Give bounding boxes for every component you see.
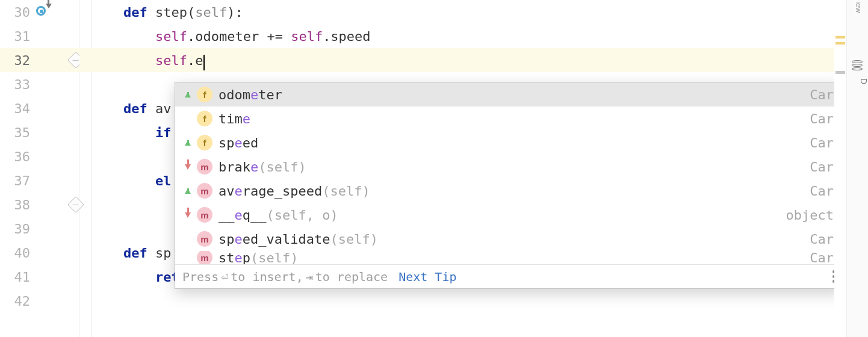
enter-key-icon: ⏎ <box>221 270 228 284</box>
gutter-line: 39 <box>0 217 79 241</box>
gutter-line: 34 <box>0 96 79 120</box>
gutter-line: 31 <box>0 24 79 48</box>
line-number: 37 <box>0 173 30 188</box>
line-number: 41 <box>0 270 30 285</box>
param-self: self <box>195 5 227 20</box>
completion-name: average_speed <box>219 184 322 199</box>
kind-method-icon: m <box>197 207 212 223</box>
gutter-line: 40 <box>0 241 79 265</box>
warning-marker[interactable] <box>835 42 845 45</box>
completion-name: brake <box>219 159 258 175</box>
completion-name: time <box>219 111 250 126</box>
override-marker-icon[interactable] <box>36 6 49 19</box>
gutter-line: 38 <box>0 193 79 217</box>
next-tip-link[interactable]: Next Tip <box>398 270 456 284</box>
completion-item[interactable]: m __eq__ (self, o) object <box>175 203 843 227</box>
gutter-line: 35 <box>0 120 79 144</box>
gutter-line: 33 <box>0 72 79 96</box>
code-completion-popup[interactable]: f odometer Car f time Car f speed Ca <box>175 82 844 289</box>
kind-method-icon: m <box>197 231 212 247</box>
kind-method-icon: m <box>197 251 212 264</box>
completion-item[interactable]: m speed_validate (self) Car <box>175 227 843 251</box>
database-icon[interactable] <box>852 60 864 72</box>
rank-down-icon <box>185 164 191 170</box>
kind-method-icon: m <box>197 159 212 175</box>
completion-name: odometer <box>219 87 282 102</box>
gutter-line: 30 <box>0 0 79 24</box>
kind-field-icon: f <box>197 135 212 150</box>
completion-name: speed_validate <box>219 232 330 247</box>
completion-footer: Press ⏎ to insert, ⇥ to replace Next Tip <box>175 264 843 288</box>
line-number: 30 <box>0 5 30 20</box>
gutter-line: 37 <box>0 168 79 193</box>
tool-window-stripe[interactable]: iew D <box>846 0 868 337</box>
rank-up-icon <box>185 188 191 194</box>
completion-item[interactable]: m step (self) Car <box>175 251 843 264</box>
gutter-line: 36 <box>0 144 79 168</box>
kind-field-icon: f <box>197 87 212 102</box>
warning-marker[interactable] <box>835 36 845 39</box>
completion-origin: Car <box>810 111 834 126</box>
line-number: 33 <box>0 77 30 92</box>
completion-list[interactable]: f odometer Car f time Car f speed Ca <box>175 82 843 264</box>
kind-field-icon: f <box>197 111 212 126</box>
rank-down-icon <box>185 212 191 218</box>
completion-item[interactable]: f speed Car <box>175 131 843 155</box>
editor-marker-rail[interactable] <box>834 0 846 337</box>
line-number: 40 <box>0 246 30 261</box>
toolwindow-label[interactable]: D <box>847 78 868 85</box>
keyword-def: def <box>123 5 155 20</box>
completion-origin: object <box>786 208 834 223</box>
line-number: 39 <box>0 221 30 237</box>
gutter-line: 41 <box>0 265 79 289</box>
function-name: step <box>155 5 187 20</box>
code-line[interactable]: self.odometer += self.speed <box>79 24 868 48</box>
line-number: 36 <box>0 149 30 164</box>
rank-up-icon <box>185 140 191 146</box>
line-number: 38 <box>0 197 30 212</box>
rank-up-icon <box>185 92 191 97</box>
completion-name: __eq__ <box>219 208 267 223</box>
completion-item[interactable]: m brake (self) Car <box>175 155 843 179</box>
typed-prefix: e <box>195 53 203 68</box>
caret-marker <box>835 71 845 74</box>
code-line-active[interactable]: self.e <box>79 48 868 72</box>
line-number: 32 <box>0 53 30 68</box>
gutter-line: 32 <box>0 48 79 72</box>
gutter-line: 42 <box>0 289 79 313</box>
tab-key-icon: ⇥ <box>306 270 313 284</box>
completion-origin: Car <box>810 251 834 264</box>
completion-origin: Car <box>810 87 834 102</box>
completion-origin: Car <box>810 135 834 150</box>
completion-item[interactable]: m average_speed (self) Car <box>175 179 843 203</box>
completion-origin: Car <box>810 184 834 199</box>
completion-origin: Car <box>810 232 834 247</box>
code-line[interactable] <box>79 289 868 313</box>
line-number: 42 <box>0 294 30 309</box>
completion-item[interactable]: f odometer Car <box>175 82 843 107</box>
toolwindow-label-partial[interactable]: iew <box>854 1 863 13</box>
completion-origin: Car <box>810 159 834 175</box>
completion-name: step <box>219 251 250 264</box>
kind-method-icon: m <box>197 183 212 199</box>
line-number: 31 <box>0 29 30 44</box>
completion-item[interactable]: f time Car <box>175 107 843 131</box>
text-caret <box>203 55 205 70</box>
line-number: 34 <box>0 101 30 116</box>
code-line[interactable]: def step(self): <box>79 0 868 24</box>
line-number: 35 <box>0 125 30 140</box>
completion-name: speed <box>219 135 258 150</box>
editor-gutter: 30 31 32 33 34 35 36 37 38 39 40 41 42 <box>0 0 79 337</box>
